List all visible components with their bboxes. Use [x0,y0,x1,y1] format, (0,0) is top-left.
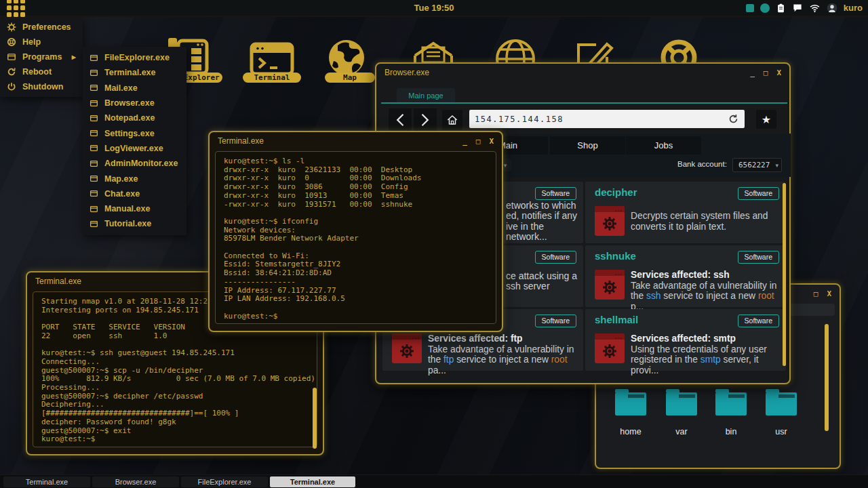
window-terminal-center[interactable]: Terminal.exe _ □ X kuro@test:~$ ls -l dr… [208,131,503,332]
site-tab-shop[interactable]: Shop [550,136,625,155]
window-icon [90,159,98,168]
site-tab-jobs[interactable]: Jobs [626,136,701,155]
forward-button[interactable] [414,108,437,131]
window-icon [90,205,98,214]
terminal-output-area[interactable]: kuro@test:~$ ls -l drwxr-xr-x kuro 23621… [215,151,496,324]
browser-scrollbar[interactable] [783,183,786,366]
star-icon: ★ [762,113,771,126]
terminal-scrollbar[interactable] [313,388,317,449]
url-bar[interactable]: 154.175.144.158 [469,110,745,128]
software-badge: Software [738,314,779,327]
bank-account-label: Bank account: [677,160,727,168]
folder-home[interactable] [615,392,646,415]
wifi-icon[interactable] [809,3,821,13]
system-menu: Preferences Help Programs ▶ Reboot Shutd… [0,17,83,97]
bookmark-button[interactable]: ★ [756,110,776,129]
chat-icon[interactable] [792,3,803,13]
close-button[interactable]: X [827,289,831,298]
folder-var[interactable] [666,392,697,415]
globe-solid-icon [327,38,366,77]
back-button[interactable] [389,108,412,131]
folder-bin[interactable] [715,392,747,415]
close-button[interactable]: X [776,68,781,77]
status-square-icon[interactable] [746,4,754,12]
submenu-item-tutorial[interactable]: Tutorial.exe [83,216,186,231]
avatar[interactable] [827,3,837,14]
submenu-item-logviewer[interactable]: LogViewer.exe [83,141,186,156]
card-description: Services affected: ssh Take advantage of… [631,270,780,312]
window-icon [90,189,98,198]
taskbar-item-browser[interactable]: Browser.exe [92,476,179,487]
minimize-button[interactable]: _ [750,68,755,77]
minimize-button[interactable]: _ [462,137,467,146]
menu-item-shutdown[interactable]: Shutdown [0,79,83,94]
submenu-item-browser[interactable]: Browser.exe [83,96,186,110]
bank-account-value: 6562227 [738,161,770,169]
folder-usr[interactable] [766,392,797,415]
terminal-titlebar[interactable]: Terminal.exe _ □ X [210,132,502,150]
maximize-button[interactable]: □ [814,289,818,298]
red-app-icon: ••• [595,270,625,300]
gear-icon [601,279,618,296]
submenu-item-adminmonitor[interactable]: AdminMonitor.exe [83,156,186,171]
submenu-item-settings[interactable]: Settings.exe [83,125,186,140]
card-title: decipher [595,186,637,198]
home-button[interactable] [442,110,462,130]
window-icon [7,52,16,62]
menu-item-programs[interactable]: Programs ▶ [0,49,83,64]
browser-titlebar[interactable]: Browser.exe _ □ X [376,64,789,81]
window-icon [90,174,98,183]
chevron-down-icon: ▾ [775,162,778,169]
taskbar-item-terminal-1[interactable]: Terminal.exe [3,476,90,487]
taskbar-item-terminal-2-active[interactable]: Terminal.exe [270,476,355,487]
submenu-item-mail[interactable]: Mail.exe [83,81,186,96]
power-icon [7,82,16,92]
menu-item-preferences[interactable]: Preferences [0,20,83,35]
menu-item-reboot[interactable]: Reboot [0,64,83,79]
terminal-window-title: Terminal.exe [35,277,81,286]
maximize-button[interactable]: □ [764,68,768,77]
window-icon [90,99,98,108]
gear-icon [399,343,415,359]
submenu-item-fileexplorer[interactable]: FileExplorer.exe [83,50,186,65]
browser-page-tab[interactable]: Main page [397,88,455,102]
software-card-decipher[interactable]: decipher Software ••• Decrypts certain s… [585,182,786,243]
window-icon [90,114,98,123]
menu-item-help[interactable]: Help [0,35,83,49]
software-card-sshnuke[interactable]: sshnuke Software ••• Services affected: … [585,245,786,307]
programs-submenu: FileExplorer.exe Terminal.exe Mail.exe B… [83,47,186,235]
desktop-icon-map-label[interactable]: Map [325,73,375,83]
desktop-icon-terminal-label[interactable]: Terminal [243,73,301,83]
url-text: 154.175.144.158 [475,115,564,124]
clock: Tue 19:50 [0,3,868,13]
card-title: shellmail [595,314,638,325]
terminal-icon [250,42,294,76]
gear-icon [7,22,16,32]
gear-icon [601,216,618,232]
clipboard-icon[interactable] [776,3,786,14]
refresh-icon[interactable] [728,113,739,125]
software-card-shellmail[interactable]: shellmail Software ••• Services affected… [585,309,786,371]
red-app-icon: ••• [595,206,625,236]
submenu-item-chat[interactable]: Chat.exe [83,186,186,201]
submenu-item-manual[interactable]: Manual.exe [83,201,186,216]
taskbar-item-fileexplorer[interactable]: FileExplorer.exe [181,476,268,487]
folder-var-label: var [661,427,702,436]
submenu-item-notepad[interactable]: Notepad.exe [83,110,186,125]
fileexplorer-scrollbar[interactable] [825,324,829,431]
submenu-item-terminal[interactable]: Terminal.exe [83,65,186,80]
card-description: Services affected: smtp Using the creden… [631,333,780,375]
submenu-item-map[interactable]: Map.exe [83,171,186,186]
username[interactable]: kuro [844,3,863,13]
status-circle-icon[interactable] [760,3,770,13]
browser-window-title: Browser.exe [384,68,429,77]
close-button[interactable]: X [489,137,494,146]
chevron-down-icon: ▾ [504,162,507,169]
bank-account-dropdown[interactable]: 6562227 ▾ [732,158,782,172]
software-badge: Software [738,251,779,264]
desktop: FileExplorer Terminal Map [0,0,868,488]
top-bar: Tue 19:50 kuro [0,0,868,17]
window-icon [90,83,98,92]
chevron-left-icon [394,113,406,127]
maximize-button[interactable]: □ [476,137,481,146]
